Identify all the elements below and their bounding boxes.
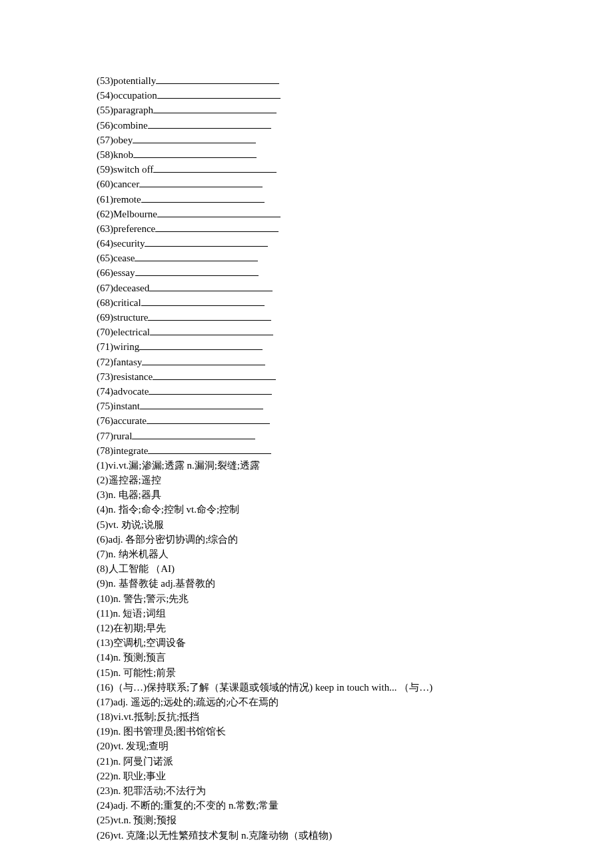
item-number: (77) (97, 431, 113, 441)
item-number: (73) (97, 371, 113, 382)
document-page: (53)potentially(54)occupation(55)paragra… (0, 0, 613, 868)
vocab-word: combine (113, 120, 148, 131)
vocab-word: deceased (113, 283, 149, 293)
fill-in-blank[interactable] (142, 355, 265, 365)
item-number: (59) (97, 164, 113, 175)
vocab-word: electrical (113, 327, 150, 337)
vocab-word: advocate (113, 386, 149, 397)
fill-in-blank[interactable] (141, 295, 265, 306)
item-number: (58) (97, 149, 113, 160)
fill-in-blank[interactable] (150, 325, 273, 335)
definition-row: (25)vt.n. 预测;预报 (97, 813, 520, 827)
vocab-word: essay (113, 267, 135, 278)
definition-text: （与…)保持联系;了解（某课题或领域的情况) keep in touch wit… (113, 682, 432, 693)
definition-row: (5)vt. 劝说;说服 (97, 517, 520, 532)
definition-text: n. 纳米机器人 (109, 549, 169, 559)
fill-in-blank[interactable] (149, 281, 273, 291)
item-number: (2) (97, 475, 109, 485)
definition-text: 人工智能 （AI) (109, 563, 175, 574)
vocab-word: instant (113, 401, 140, 411)
fill-in-blank[interactable] (153, 103, 277, 113)
item-number: (62) (97, 209, 113, 219)
vocab-word: resistance (113, 371, 153, 382)
item-number: (10) (97, 593, 113, 604)
vocab-row: (77)rural (97, 429, 520, 443)
definition-row: (18)vi.vt.抵制;反抗;抵挡 (97, 709, 520, 724)
definition-row: (20)vt. 发现;查明 (97, 739, 520, 753)
item-number: (61) (97, 194, 113, 205)
item-number: (66) (97, 267, 113, 278)
vocab-row: (66)essay (97, 265, 520, 280)
vocab-word: cancer (113, 179, 139, 189)
fill-in-blank[interactable] (157, 207, 281, 217)
fill-in-blank[interactable] (148, 118, 271, 129)
vocab-word: occupation (113, 90, 157, 101)
definition-text: n. 警告;警示;先兆 (113, 593, 189, 604)
vocab-row: (65)cease (97, 251, 520, 265)
vocab-word: critical (113, 297, 141, 308)
fill-in-blank[interactable] (140, 399, 263, 409)
item-number: (24) (97, 800, 113, 811)
fill-in-blank[interactable] (133, 133, 256, 143)
item-number: (14) (97, 652, 113, 663)
fill-in-blank[interactable] (148, 443, 271, 454)
vocab-row: (59)switch off (97, 162, 520, 177)
vocab-word: preference (113, 223, 155, 234)
fill-in-blank[interactable] (145, 236, 268, 247)
vocab-row: (53)potentially (97, 73, 520, 88)
vocab-word: obey (113, 135, 133, 145)
definition-text: adj. 各部分密切协调的;综合的 (109, 534, 239, 545)
fill-in-blank[interactable] (155, 221, 279, 232)
vocab-row: (58)knob (97, 147, 520, 162)
fill-in-blank[interactable] (133, 147, 257, 158)
definition-text: vi.vt.漏;渗漏;透露 n.漏洞;裂缝;透露 (109, 460, 261, 471)
item-number: (56) (97, 120, 113, 131)
fill-in-blank[interactable] (157, 88, 281, 99)
definition-row: (23)n. 犯罪活动;不法行为 (97, 783, 520, 798)
item-number: (1) (97, 460, 109, 471)
item-number: (75) (97, 401, 113, 411)
definition-text: 在初期;早先 (113, 623, 166, 633)
item-number: (54) (97, 90, 113, 101)
definition-row: (8)人工智能 （AI) (97, 561, 520, 576)
definition-text: adj. 不断的;重复的;不变的 n.常数;常量 (113, 800, 279, 811)
vocab-word: fantasy (113, 357, 142, 367)
item-number: (15) (97, 667, 113, 678)
fill-in-blank[interactable] (135, 251, 258, 261)
item-number: (21) (97, 756, 113, 767)
item-number: (5) (97, 519, 109, 530)
definition-text: 遥控器;遥控 (109, 475, 161, 485)
fill-in-blank[interactable] (139, 177, 263, 187)
definition-row: (9)n. 基督教徒 adj.基督教的 (97, 576, 520, 591)
vocab-row: (68)critical (97, 295, 520, 310)
fill-in-blank[interactable] (139, 339, 263, 350)
item-number: (26) (97, 830, 113, 841)
vocab-word: knob (113, 149, 133, 160)
fill-in-blank[interactable] (135, 265, 259, 276)
item-number: (53) (97, 75, 113, 86)
definition-row: (15)n. 可能性;前景 (97, 665, 520, 680)
fill-in-blank[interactable] (153, 162, 277, 173)
definition-text: n. 阿曼门诺派 (113, 756, 173, 767)
vocab-row: (72)fantasy (97, 355, 520, 369)
definition-text: n. 预测;预言 (113, 652, 166, 663)
fill-in-blank[interactable] (149, 384, 272, 395)
vocab-row: (71)wiring (97, 339, 520, 354)
fill-in-blank[interactable] (153, 369, 276, 380)
definition-text: n. 职业;事业 (113, 771, 166, 781)
definition-row: (22)n. 职业;事业 (97, 769, 520, 783)
definition-row: (17)adj. 遥远的;远处的;疏远的;心不在焉的 (97, 695, 520, 709)
item-number: (3) (97, 489, 109, 500)
definition-text: n. 基督教徒 adj.基督教的 (109, 578, 216, 589)
fill-in-blank[interactable] (156, 73, 279, 84)
definition-text: n. 电器;器具 (109, 489, 161, 500)
definition-row: (12)在初期;早先 (97, 621, 520, 635)
fill-in-blank[interactable] (132, 429, 255, 439)
fill-in-blank[interactable] (148, 310, 271, 321)
item-number: (78) (97, 445, 113, 456)
vocab-row: (60)cancer (97, 177, 520, 191)
fill-in-blank[interactable] (141, 192, 265, 203)
item-number: (76) (97, 415, 113, 426)
item-number: (17) (97, 697, 113, 707)
fill-in-blank[interactable] (147, 413, 270, 424)
